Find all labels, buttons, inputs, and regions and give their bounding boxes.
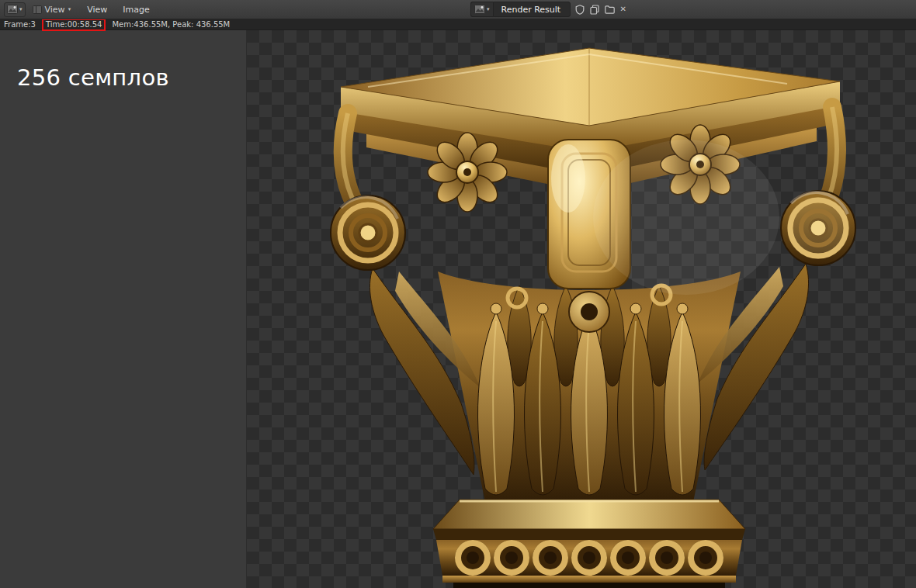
time-stat-annotated: Time:00:58.54 <box>42 19 106 31</box>
header-menus: View Image <box>79 0 158 19</box>
image-icon <box>474 5 485 14</box>
browse-image-button[interactable]: ▾ <box>470 2 493 17</box>
screen-layout-selector[interactable]: View ▾ <box>29 2 75 17</box>
close-icon: ✕ <box>620 5 626 13</box>
image-name-field[interactable]: Render Result <box>493 2 571 17</box>
new-image-button[interactable] <box>588 2 602 17</box>
chevron-down-icon: ▾ <box>19 7 23 12</box>
chevron-down-icon: ▾ <box>487 7 490 12</box>
folder-icon <box>605 5 615 14</box>
memory-stat: Mem:436.55M, Peak: 436.55M <box>112 20 230 29</box>
datablock-actions: ✕ <box>573 2 629 17</box>
samples-annotation: 256 семплов <box>17 64 246 91</box>
menu-view[interactable]: View <box>79 0 115 19</box>
image-editor-icon <box>7 5 18 14</box>
unlink-image-button[interactable]: ✕ <box>618 2 629 17</box>
rendered-capital-image <box>321 39 857 588</box>
shield-icon <box>575 5 585 15</box>
screen-layout-label: View <box>45 5 65 15</box>
open-image-button[interactable] <box>602 2 617 17</box>
image-editor-header: ▾ View ▾ View Image ▾ Render Res <box>0 0 916 19</box>
image-editor-main: 256 семплов <box>0 30 916 588</box>
capital-base <box>433 500 745 588</box>
chevron-down-icon: ▾ <box>68 7 71 12</box>
menu-image[interactable]: Image <box>115 0 157 19</box>
frame-stat: Frame:3 <box>4 20 36 29</box>
render-stats-bar: Frame:3 Time:00:58.54 Mem:436.55M, Peak:… <box>0 19 916 30</box>
fake-user-button[interactable] <box>573 2 587 17</box>
render-result-canvas[interactable] <box>247 30 916 588</box>
copy-icon <box>590 5 599 15</box>
editor-type-button[interactable]: ▾ <box>4 2 26 17</box>
blender-render-window: ▾ View ▾ View Image ▾ Render Res <box>0 0 916 588</box>
screen-layout-icon <box>33 5 42 14</box>
image-datablock: ▾ Render Result <box>470 2 629 17</box>
empty-image-panel: 256 семплов <box>0 30 247 588</box>
